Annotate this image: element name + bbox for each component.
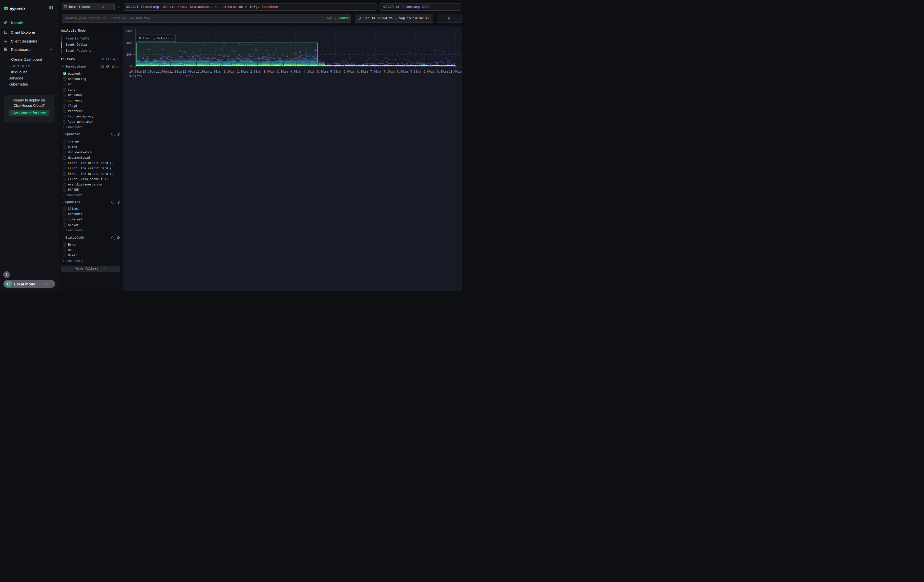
svg-text:4:30am: 4:30am: [304, 70, 314, 74]
svg-text:400: 400: [126, 41, 132, 45]
svg-text:2:30am: 2:30am: [250, 70, 261, 74]
svg-text:1:30am: 1:30am: [223, 70, 234, 74]
svg-text:3:00am: 3:00am: [263, 70, 274, 74]
svg-text:11:00pm: 11:00pm: [156, 70, 168, 74]
svg-text:5:00am: 5:00am: [317, 70, 328, 74]
svg-text:11:30pm: 11:30pm: [169, 70, 182, 74]
svg-text:12:30am: 12:30am: [196, 70, 208, 74]
svg-text:3:30am: 3:30am: [277, 70, 288, 74]
svg-text:200: 200: [126, 53, 132, 57]
svg-text:10:00pm: 10:00pm: [129, 70, 142, 74]
svg-text:8:30am: 8:30am: [410, 70, 421, 74]
svg-text:7:30am: 7:30am: [384, 70, 394, 74]
svg-text:8:00am: 8:00am: [397, 70, 408, 74]
svg-text:5:30am: 5:30am: [330, 70, 341, 74]
svg-text:9/14/25: 9/14/25: [129, 75, 142, 78]
svg-text:Filter by Selection: Filter by Selection: [139, 37, 173, 40]
svg-text:600: 600: [126, 30, 132, 33]
svg-text:10:30pm: 10:30pm: [142, 70, 155, 74]
svg-text:10:00am: 10:00am: [449, 70, 462, 74]
svg-text:4:00am: 4:00am: [290, 70, 301, 74]
svg-text:6:30am: 6:30am: [357, 70, 368, 74]
svg-text:2:00am: 2:00am: [237, 70, 248, 74]
svg-text:7:00am: 7:00am: [370, 70, 381, 74]
svg-text:12:00am: 12:00am: [183, 70, 195, 74]
svg-text:9/15: 9/15: [185, 75, 193, 78]
svg-text:9:30am: 9:30am: [437, 70, 447, 74]
svg-text:9:00am: 9:00am: [424, 70, 434, 74]
svg-text:1:00am: 1:00am: [210, 70, 221, 74]
svg-text:6:00am: 6:00am: [343, 70, 355, 74]
svg-text:0: 0: [130, 65, 132, 68]
